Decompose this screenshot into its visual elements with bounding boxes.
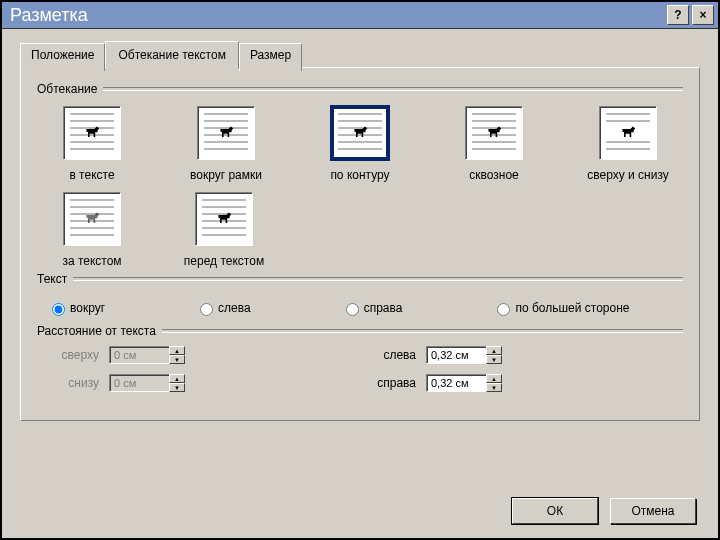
dist-bottom-input — [109, 374, 169, 392]
spin-up-icon[interactable]: ▲ — [486, 346, 502, 355]
window-title: Разметка — [6, 5, 664, 26]
radio-left[interactable]: слева — [195, 300, 251, 316]
help-button[interactable]: ? — [667, 5, 689, 25]
wrap-topbottom-label: сверху и снизу — [573, 168, 683, 182]
wrap-front[interactable]: перед текстом — [169, 192, 279, 268]
tab-wrapping[interactable]: Обтекание текстом — [105, 41, 238, 69]
wrap-inline-label: в тексте — [37, 168, 147, 182]
wrap-tight[interactable]: по контуру — [305, 106, 415, 182]
spin-down-icon[interactable]: ▼ — [169, 383, 185, 392]
radio-left-input[interactable] — [200, 303, 213, 316]
radio-largest-input[interactable] — [497, 303, 510, 316]
wrap-behind[interactable]: за текстом — [37, 192, 147, 268]
dist-top-input — [109, 346, 169, 364]
wrap-behind-label: за текстом — [37, 254, 147, 268]
close-button[interactable]: × — [692, 5, 714, 25]
dog-icon — [82, 124, 102, 140]
radio-right[interactable]: справа — [341, 300, 403, 316]
dist-left-input[interactable] — [426, 346, 486, 364]
spin-down-icon[interactable]: ▼ — [486, 355, 502, 364]
tab-page: Обтекание в тексте вокруг рамки — [20, 67, 700, 421]
spin-down-icon[interactable]: ▼ — [486, 383, 502, 392]
dialog-buttons: ОК Отмена — [512, 498, 696, 524]
dog-icon — [618, 124, 638, 140]
wrap-options-row2: за текстом перед текстом — [37, 192, 683, 268]
tab-strip: Положение Обтекание текстом Размер — [20, 41, 700, 69]
text-side-radios: вокруг слева справа по большей стороне — [47, 300, 679, 316]
spin-down-icon[interactable]: ▼ — [169, 355, 185, 364]
dog-icon — [484, 124, 504, 140]
dist-right-spinner[interactable]: ▲▼ — [426, 374, 506, 392]
radio-right-input[interactable] — [346, 303, 359, 316]
wrap-tight-label: по контуру — [305, 168, 415, 182]
group-wrapping: Обтекание — [37, 82, 683, 96]
wrap-square[interactable]: вокруг рамки — [171, 106, 281, 182]
dist-top-spinner[interactable]: ▲▼ — [109, 346, 189, 364]
wrap-inline[interactable]: в тексте — [37, 106, 147, 182]
ok-button[interactable]: ОК — [512, 498, 598, 524]
wrap-through[interactable]: сквозное — [439, 106, 549, 182]
dist-left-label: слева — [360, 348, 416, 362]
dog-icon — [216, 124, 236, 140]
wrap-front-label: перед текстом — [169, 254, 279, 268]
dog-icon — [82, 210, 102, 226]
dist-right-label: справа — [360, 376, 416, 390]
tab-position[interactable]: Положение — [20, 43, 105, 71]
dialog-window: Разметка ? × Положение Обтекание текстом… — [0, 0, 720, 540]
tab-size[interactable]: Размер — [239, 43, 302, 71]
wrap-square-label: вокруг рамки — [171, 168, 281, 182]
dist-left-spinner[interactable]: ▲▼ — [426, 346, 506, 364]
dist-bottom-spinner[interactable]: ▲▼ — [109, 374, 189, 392]
dog-icon — [214, 210, 234, 226]
spin-up-icon[interactable]: ▲ — [169, 374, 185, 383]
wrap-topbottom[interactable]: сверху и снизу — [573, 106, 683, 182]
group-distance: Расстояние от текста — [37, 324, 683, 338]
radio-largest[interactable]: по большей стороне — [492, 300, 629, 316]
cancel-button[interactable]: Отмена — [610, 498, 696, 524]
dist-right-input[interactable] — [426, 374, 486, 392]
radio-around-input[interactable] — [52, 303, 65, 316]
spin-up-icon[interactable]: ▲ — [169, 346, 185, 355]
radio-around[interactable]: вокруг — [47, 300, 105, 316]
group-text: Текст — [37, 272, 683, 286]
group-wrapping-label: Обтекание — [37, 82, 103, 96]
group-text-label: Текст — [37, 272, 73, 286]
spin-up-icon[interactable]: ▲ — [486, 374, 502, 383]
wrap-options-row1: в тексте вокруг рамки по контуру — [37, 106, 683, 182]
distance-grid: сверху ▲▼ слева ▲▼ снизу — [37, 346, 683, 402]
group-distance-label: Расстояние от текста — [37, 324, 162, 338]
titlebar: Разметка ? × — [2, 2, 718, 29]
dist-bottom-label: снизу — [43, 376, 99, 390]
wrap-through-label: сквозное — [439, 168, 549, 182]
dist-top-label: сверху — [43, 348, 99, 362]
dog-icon — [350, 124, 370, 140]
